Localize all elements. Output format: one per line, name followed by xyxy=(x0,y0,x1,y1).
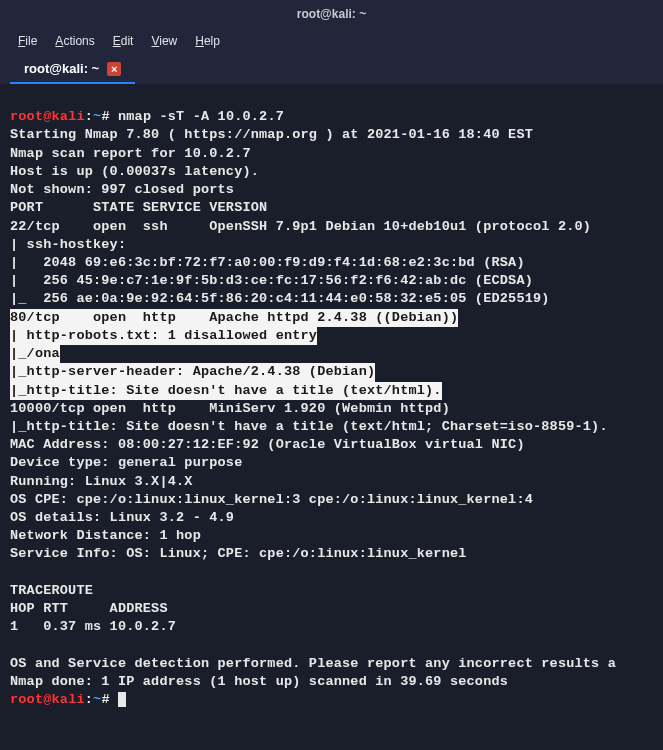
tab-terminal-1[interactable]: root@kali: ~ × xyxy=(10,55,135,84)
prompt-line-2: root@kali:~# xyxy=(10,692,126,707)
prompt-line-1: root@kali:~# nmap -sT -A 10.0.2.7 xyxy=(10,109,284,124)
output-line: Nmap scan report for 10.0.2.7 xyxy=(10,146,251,161)
prompt-colon: : xyxy=(85,692,93,707)
menu-file[interactable]: File xyxy=(10,30,45,52)
output-line: Service Info: OS: Linux; CPE: cpe:/o:lin… xyxy=(10,546,467,561)
command-text: nmap -sT -A 10.0.2.7 xyxy=(118,109,284,124)
output-line: Network Distance: 1 hop xyxy=(10,528,201,543)
output-line: TRACEROUTE xyxy=(10,583,93,598)
prompt-hash: # xyxy=(101,692,109,707)
output-line: 1 0.37 ms 10.0.2.7 xyxy=(10,619,176,634)
prompt-host: kali xyxy=(52,692,85,707)
highlighted-line: |_http-server-header: Apache/2.4.38 (Deb… xyxy=(10,363,375,381)
output-line: Starting Nmap 7.80 ( https://nmap.org ) … xyxy=(10,127,533,142)
output-line: |_ 256 ae:0a:9e:92:64:5f:86:20:c4:11:44:… xyxy=(10,291,550,306)
output-line: | ssh-hostkey: xyxy=(10,237,126,252)
tab-label: root@kali: ~ xyxy=(24,61,99,76)
terminal-output[interactable]: root@kali:~# nmap -sT -A 10.0.2.7 Starti… xyxy=(0,84,663,715)
output-line: OS details: Linux 3.2 - 4.9 xyxy=(10,510,234,525)
highlighted-line: | http-robots.txt: 1 disallowed entry xyxy=(10,327,317,345)
output-line: OS CPE: cpe:/o:linux:linux_kernel:3 cpe:… xyxy=(10,492,533,507)
menu-view[interactable]: View xyxy=(143,30,185,52)
menu-actions[interactable]: Actions xyxy=(47,30,102,52)
menu-help[interactable]: Help xyxy=(187,30,228,52)
close-icon[interactable]: × xyxy=(107,62,121,76)
prompt-user: root xyxy=(10,109,43,124)
prompt-colon: : xyxy=(85,109,93,124)
tabbar: root@kali: ~ × xyxy=(0,54,663,84)
output-line: MAC Address: 08:00:27:12:EF:92 (Oracle V… xyxy=(10,437,525,452)
output-line: PORT STATE SERVICE VERSION xyxy=(10,200,267,215)
prompt-user: root xyxy=(10,692,43,707)
output-line: 22/tcp open ssh OpenSSH 7.9p1 Debian 10+… xyxy=(10,219,591,234)
output-line: OS and Service detection performed. Plea… xyxy=(10,656,616,671)
window-title: root@kali: ~ xyxy=(297,7,366,21)
highlighted-line: |_/ona xyxy=(10,345,60,363)
output-line: |_http-title: Site doesn't have a title … xyxy=(10,419,608,434)
highlighted-line: |_http-title: Site doesn't have a title … xyxy=(10,382,442,400)
prompt-at: @ xyxy=(43,109,51,124)
output-line: | 256 45:9e:c7:1e:9f:5b:d3:ce:fc:17:56:f… xyxy=(10,273,533,288)
cursor-icon xyxy=(118,692,126,707)
prompt-host: kali xyxy=(52,109,85,124)
output-line: 10000/tcp open http MiniServ 1.920 (Webm… xyxy=(10,401,450,416)
highlighted-line: 80/tcp open http Apache httpd 2.4.38 ((D… xyxy=(10,309,458,327)
output-line: HOP RTT ADDRESS xyxy=(10,601,168,616)
menu-edit[interactable]: Edit xyxy=(105,30,142,52)
output-line: | 2048 69:e6:3c:bf:72:f7:a0:00:f9:d9:f4:… xyxy=(10,255,525,270)
output-line: Nmap done: 1 IP address (1 host up) scan… xyxy=(10,674,508,689)
prompt-at: @ xyxy=(43,692,51,707)
window-titlebar: root@kali: ~ xyxy=(0,0,663,28)
menubar: File Actions Edit View Help xyxy=(0,28,663,54)
output-line: Running: Linux 3.X|4.X xyxy=(10,474,193,489)
output-line: Not shown: 997 closed ports xyxy=(10,182,234,197)
output-line: Device type: general purpose xyxy=(10,455,242,470)
output-line: Host is up (0.00037s latency). xyxy=(10,164,259,179)
prompt-hash: # xyxy=(101,109,109,124)
